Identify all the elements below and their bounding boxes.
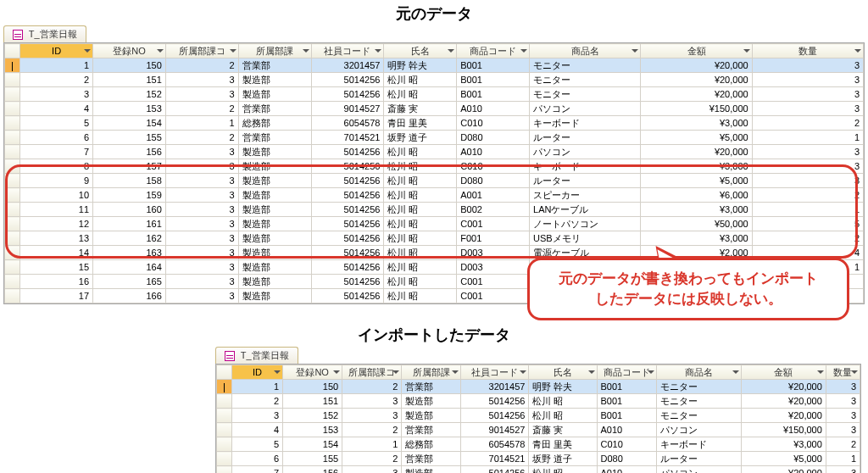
col-header[interactable]: 氏名 [529, 365, 597, 380]
cell-name[interactable]: 松川 昭 [384, 275, 457, 289]
cell-reg[interactable]: 154 [283, 437, 342, 452]
cell-reg[interactable]: 153 [93, 102, 166, 116]
table-row[interactable]: 71563製造部5014256松川 昭A010パソコン¥20,0003 [217, 466, 860, 474]
cell-id[interactable]: 6 [232, 452, 283, 466]
cell-emp[interactable]: 5014256 [311, 289, 384, 303]
cell-dept[interactable]: 製造部 [402, 466, 461, 474]
cell-name[interactable]: 松川 昭 [384, 87, 457, 102]
cell-pcode[interactable]: C001 [457, 275, 530, 289]
col-header[interactable]: 商品名 [530, 44, 641, 58]
row-selector[interactable] [5, 260, 20, 275]
cell-qty[interactable]: 3 [826, 409, 860, 423]
col-header[interactable]: 金額 [641, 44, 752, 58]
cell-deptcode[interactable]: 3 [165, 289, 238, 303]
cell-id[interactable]: 13 [20, 231, 93, 246]
cell-deptcode[interactable]: 3 [165, 174, 238, 188]
cell-name[interactable]: 松川 昭 [384, 73, 457, 87]
cell-reg[interactable]: 153 [283, 423, 342, 437]
table-row[interactable]: 61552営業部7014521坂野 道子D080ルーター¥5,0001 [217, 452, 860, 466]
cell-deptcode[interactable]: 3 [165, 188, 238, 203]
col-header[interactable]: 登録NO [93, 44, 166, 58]
cell-pname[interactable]: パソコン [656, 466, 741, 474]
cell-name[interactable]: 明野 幹夫 [529, 380, 597, 394]
cell-id[interactable]: 11 [20, 203, 93, 217]
cell-amount[interactable]: ¥20,000 [641, 73, 752, 87]
cell-amount[interactable]: ¥3,000 [641, 231, 752, 246]
cell-pname[interactable]: パソコン [530, 102, 641, 116]
cell-amount[interactable]: ¥6,000 [641, 188, 752, 203]
dropdown-icon[interactable] [854, 49, 861, 53]
cell-pname[interactable]: キーボード [530, 116, 641, 131]
cell-name[interactable]: 松川 昭 [529, 409, 597, 423]
cell-deptcode[interactable]: 2 [165, 131, 238, 145]
cell-deptcode[interactable]: 2 [165, 58, 238, 73]
cell-id[interactable]: 16 [20, 275, 93, 289]
dropdown-icon[interactable] [333, 370, 340, 374]
col-header[interactable]: 金額 [741, 365, 826, 380]
cell-pcode[interactable]: B001 [597, 394, 656, 409]
cell-reg[interactable]: 165 [93, 275, 166, 289]
cell-qty[interactable]: 3 [826, 380, 860, 394]
dropdown-icon[interactable] [84, 49, 91, 53]
cell-qty[interactable]: 2 [752, 116, 863, 131]
cell-emp[interactable]: 5014256 [311, 217, 384, 231]
cell-reg[interactable]: 157 [93, 159, 166, 174]
cell-deptcode[interactable]: 2 [165, 102, 238, 116]
cell-pcode[interactable]: C001 [457, 289, 530, 303]
cell-qty[interactable]: 1 [826, 452, 860, 466]
cell-dept[interactable]: 製造部 [402, 409, 461, 423]
dropdown-icon[interactable] [392, 370, 399, 374]
dropdown-icon[interactable] [157, 49, 164, 53]
row-selector[interactable] [5, 246, 20, 260]
cell-pname[interactable]: LANケーブル [530, 203, 641, 217]
cell-amount[interactable]: ¥5,000 [641, 174, 752, 188]
table-row[interactable]: 41532営業部9014527斎藤 実A010パソコン¥150,0003 [217, 423, 860, 437]
col-header[interactable]: 商品名 [656, 365, 741, 380]
dropdown-icon[interactable] [817, 370, 824, 374]
cell-qty[interactable]: 2 [752, 188, 863, 203]
cell-qty[interactable]: 3 [826, 466, 860, 474]
cell-deptcode[interactable]: 3 [165, 73, 238, 87]
cell-name[interactable]: 青田 里美 [529, 437, 597, 452]
cell-qty[interactable]: 3 [752, 159, 863, 174]
cell-deptcode[interactable]: 3 [165, 231, 238, 246]
cell-name[interactable]: 坂野 道子 [529, 452, 597, 466]
cell-id[interactable]: 1 [232, 380, 283, 394]
cell-emp[interactable]: 3201457 [311, 58, 384, 73]
cell-pname[interactable]: ルーター [530, 131, 641, 145]
cell-reg[interactable]: 158 [93, 174, 166, 188]
cell-id[interactable]: 1 [20, 58, 93, 73]
cell-dept[interactable]: 総務部 [238, 116, 311, 131]
cell-amount[interactable]: ¥20,000 [741, 409, 826, 423]
cell-qty[interactable]: 3 [826, 423, 860, 437]
table-row[interactable]: 31523製造部5014256松川 昭B001モニター¥20,0003 [5, 87, 864, 102]
row-selector[interactable] [5, 217, 20, 231]
cell-id[interactable]: 12 [20, 217, 93, 231]
row-selector[interactable] [5, 58, 20, 73]
cell-reg[interactable]: 166 [93, 289, 166, 303]
cell-name[interactable]: 青田 里美 [384, 116, 457, 131]
cell-dept[interactable]: 営業部 [402, 380, 461, 394]
cell-emp[interactable]: 5014256 [311, 188, 384, 203]
cell-amount[interactable]: ¥20,000 [641, 58, 752, 73]
cell-emp[interactable]: 5014256 [311, 87, 384, 102]
cell-reg[interactable]: 150 [93, 58, 166, 73]
row-selector[interactable] [5, 102, 20, 116]
row-selector[interactable] [5, 116, 20, 131]
cell-reg[interactable]: 156 [93, 145, 166, 159]
cell-dept[interactable]: 営業部 [238, 58, 311, 73]
dropdown-icon[interactable] [743, 49, 750, 53]
table-row[interactable]: 21513製造部5014256松川 昭B001モニター¥20,0003 [217, 394, 860, 409]
cell-pname[interactable]: USBメモリ [530, 231, 641, 246]
cell-deptcode[interactable]: 1 [165, 116, 238, 131]
cell-pname[interactable]: モニター [656, 394, 741, 409]
cell-pcode[interactable]: C010 [457, 159, 530, 174]
dropdown-icon[interactable] [520, 370, 526, 374]
cell-emp[interactable]: 6054578 [311, 116, 384, 131]
dropdown-icon[interactable] [452, 370, 459, 374]
table-row[interactable]: 11502営業部3201457明野 幹夫B001モニター¥20,0003 [5, 58, 864, 73]
table-row[interactable]: 61552営業部7014521坂野 道子D080ルーター¥5,0001 [5, 131, 864, 145]
cell-deptcode[interactable]: 3 [342, 394, 402, 409]
cell-amount[interactable]: ¥5,000 [741, 452, 826, 466]
cell-pcode[interactable]: A010 [597, 423, 656, 437]
